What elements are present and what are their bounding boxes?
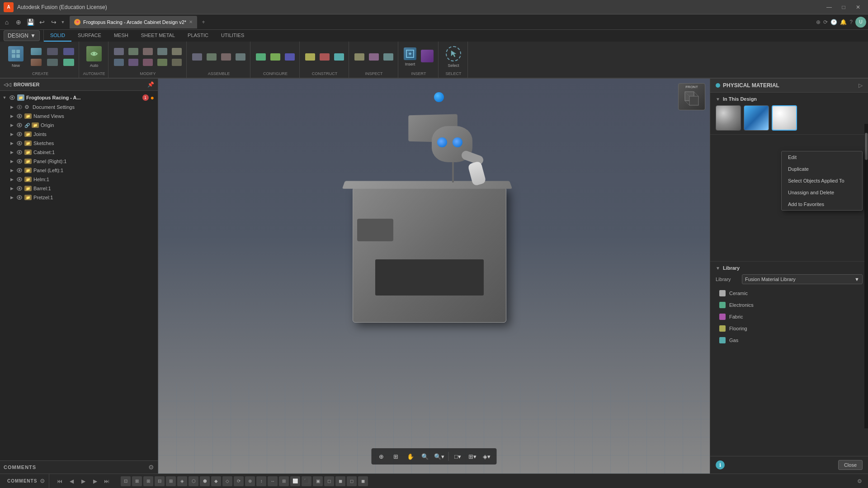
config-btn3[interactable] [283, 52, 297, 62]
insert-btn2[interactable] [419, 47, 435, 67]
press-pull-button[interactable] [112, 47, 126, 56]
select-button[interactable]: Select [442, 46, 465, 68]
skip-start-button[interactable]: ⏮ [55, 476, 65, 486]
root-expand-icon[interactable]: ▼ [2, 95, 7, 100]
close-button[interactable]: ✕ [852, 3, 864, 12]
ribbon-tab-plastic[interactable]: PLASTIC [181, 30, 215, 42]
browser-item-helm[interactable]: ▶ 📁 Helm:1 [0, 175, 158, 184]
browser-item-document-settings[interactable]: ▶ ⚙ Document Settings [0, 103, 158, 112]
effects-button[interactable]: ◈▾ [481, 450, 493, 463]
construct-btn2[interactable] [318, 52, 331, 62]
offset-button[interactable] [127, 57, 140, 67]
joint-origin-button[interactable] [219, 52, 233, 62]
timeline-tool-5[interactable]: ⊞ [166, 476, 176, 486]
add-icon[interactable]: ⊕ [816, 19, 821, 25]
active-tab[interactable]: 🐙 Frogtopus Racing - Arcade Cabinet Desi… [70, 16, 197, 28]
inspect-btn1[interactable] [353, 52, 366, 62]
undo-icon[interactable]: ↩ [37, 17, 47, 27]
lib-item-gas[interactable]: Gas [716, 335, 863, 346]
more-modify-button[interactable] [170, 57, 184, 67]
split-body-button[interactable] [156, 57, 169, 67]
material-swatch-white[interactable] [772, 105, 797, 131]
config-btn1[interactable] [254, 52, 268, 62]
timeline-tool-6[interactable]: ◈ [177, 476, 187, 486]
rigid-group-button[interactable] [234, 52, 247, 62]
play-button[interactable]: ▶ [78, 476, 88, 486]
timeline-tool-3[interactable]: ⊞ [143, 476, 153, 486]
timeline-tool-11[interactable]: ⟳ [234, 476, 244, 486]
timeline-tool-19[interactable]: ◻ [324, 476, 334, 486]
minimize-button[interactable]: — [823, 3, 835, 12]
timeline-tool-4[interactable]: ⊟ [155, 476, 165, 486]
nav-cube-face[interactable]: FRONT [678, 83, 705, 110]
extrude-button[interactable] [29, 47, 43, 56]
orbit-button[interactable]: ⊕ [375, 450, 388, 463]
ribbon-tab-surface[interactable]: SURFACE [71, 30, 108, 42]
browser-item-sketches[interactable]: ▶ 📁 Sketches [0, 139, 158, 148]
new-component-button[interactable]: New [5, 46, 27, 68]
hand-button[interactable]: ✋ [404, 450, 417, 463]
timeline-tool-20[interactable]: ◼ [335, 476, 345, 486]
timeline-tool-17[interactable]: ⬛ [302, 476, 311, 486]
design-dropdown[interactable]: DESIGN ▼ [4, 30, 40, 41]
timeline-tool-14[interactable]: ↔ [268, 476, 278, 486]
timeline-tool-7[interactable]: ⬡ [189, 476, 198, 486]
timeline-tool-8[interactable]: ⬢ [200, 476, 210, 486]
timeline-tool-18[interactable]: ▣ [313, 476, 323, 486]
settings-icon[interactable]: ⚙ [854, 476, 864, 486]
home-icon[interactable]: ⌂ [2, 17, 12, 27]
sweep-button[interactable] [45, 47, 60, 56]
revolve-button[interactable] [29, 57, 43, 67]
comments-add-button[interactable]: ⚙ [148, 464, 154, 471]
viewport[interactable]: ⊕ ⊞ ✋ 🔍 🔍▾ □▾ ⊞▾ ◈▾ FRONT [158, 79, 710, 474]
library-dropdown[interactable]: Fusion Material Library ▼ [742, 274, 863, 284]
ribbon-tab-utilities[interactable]: UTILITIES [215, 30, 250, 42]
help-history-icon[interactable]: ⟳ [823, 19, 828, 25]
ctx-edit[interactable]: Edit [782, 151, 862, 163]
automate-button[interactable]: Auto [83, 46, 105, 68]
lib-item-flooring[interactable]: Flooring [716, 323, 863, 334]
in-this-design-header[interactable]: ▼ In This Design [716, 96, 863, 102]
navigation-cube[interactable]: FRONT [678, 83, 705, 110]
config-btn2[interactable] [269, 52, 282, 62]
material-swatch-blue[interactable] [744, 105, 769, 131]
timeline-tool-13[interactable]: ↕ [256, 476, 266, 486]
lib-item-ceramic[interactable]: Ceramic [716, 288, 863, 299]
insert-btn1[interactable]: Insert [402, 47, 418, 67]
browser-item-joints[interactable]: ▶ 📁 Joints [0, 130, 158, 139]
clock-icon[interactable]: 🕐 [830, 19, 837, 25]
notification-icon[interactable]: 🔔 [840, 19, 847, 25]
web-button[interactable] [61, 57, 76, 67]
replace-button[interactable] [141, 57, 155, 67]
browser-item-pretzel[interactable]: ▶ 📁 Pretzel:1 [0, 193, 158, 202]
timeline-tool-10[interactable]: ◇ [222, 476, 232, 486]
question-icon[interactable]: ? [849, 19, 853, 25]
new-tab-icon[interactable]: ⊕ [14, 17, 24, 27]
zoom-dropdown[interactable]: 🔍▾ [433, 450, 446, 463]
browser-root-item[interactable]: ▼ 📁 Frogtopus Racing - A... 1 ● [0, 93, 158, 103]
lib-item-electronics[interactable]: Electronics [716, 300, 863, 310]
browser-item-named-views[interactable]: ▶ 📁 Named Views [0, 112, 158, 121]
timeline-tool-1[interactable]: ⊡ [121, 476, 131, 486]
save-icon[interactable]: 💾 [25, 17, 35, 27]
info-button[interactable]: ℹ [716, 460, 725, 469]
new-tab-button[interactable]: + [198, 17, 209, 28]
scale-button[interactable] [170, 47, 184, 56]
construct-btn1[interactable] [303, 52, 317, 62]
timeline-tool-9[interactable]: ◆ [211, 476, 221, 486]
browser-pin-button[interactable]: 📌 [147, 81, 154, 88]
timeline-tool-16[interactable]: ⬜ [290, 476, 300, 486]
browser-item-origin[interactable]: ▶ 🔗 📁 Origin [0, 121, 158, 130]
maximize-button[interactable]: □ [837, 3, 850, 12]
loft-button[interactable] [45, 57, 60, 67]
combine-button[interactable] [112, 57, 126, 67]
timeline-tool-2[interactable]: ⊠ [132, 476, 142, 486]
inspect-btn3[interactable] [382, 52, 395, 62]
step-back-button[interactable]: ◀ [66, 476, 76, 486]
chamfer-button[interactable] [141, 47, 155, 56]
construct-btn3[interactable] [332, 52, 346, 62]
shell-button[interactable] [156, 47, 169, 56]
fillet-button[interactable] [127, 47, 140, 56]
timeline-tool-15[interactable]: ⊞ [279, 476, 289, 486]
user-avatar[interactable]: U [855, 17, 866, 28]
